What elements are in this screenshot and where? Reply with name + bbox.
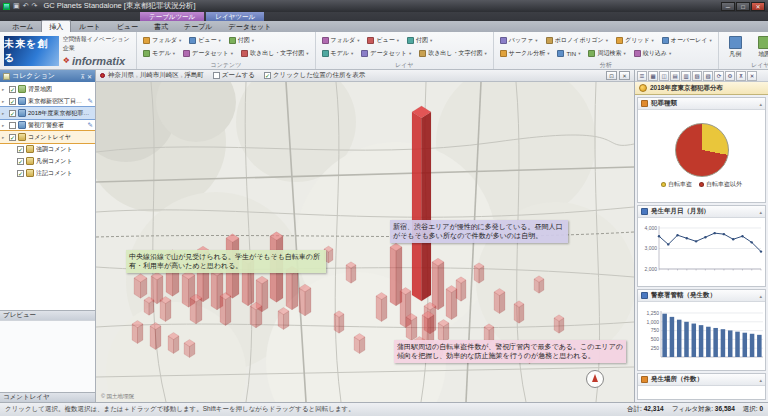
ribbon-button-付図[interactable]: 付図▾ (404, 35, 435, 46)
layer-item-強調コメント[interactable]: ✓強調コメント (0, 143, 95, 155)
expander-icon[interactable]: ▸ (2, 111, 7, 116)
layer-visibility-checkbox[interactable] (9, 122, 16, 129)
ribbon-button-絞り込み[interactable]: 絞り込み▾ (631, 48, 675, 59)
ribbon-button-ビュー[interactable]: ビュー▾ (186, 35, 224, 46)
layer-item-コメントレイヤ[interactable]: ▸✓コメントレイヤ (0, 131, 95, 143)
ribbon-button-モデル[interactable]: モデル▾ (319, 48, 357, 59)
map-annotation-kamata[interactable]: 蒲田駅周辺の自転車盗件数が、警視庁管内で最多である。このエリアの傾向を把握し、効… (394, 340, 626, 363)
show-address-toggle[interactable]: ✓ クリックした位置の住所を表示 (264, 71, 365, 80)
layer-item-注記コメント[interactable]: ✓注記コメント (0, 167, 95, 179)
layer-visibility-checkbox[interactable]: ✓ (17, 146, 24, 153)
tab-データセット[interactable]: データセット (220, 20, 279, 32)
close-panel-icon[interactable]: ✕ (747, 71, 757, 81)
layer-visibility-checkbox[interactable]: ✓ (9, 134, 16, 141)
ribbon-button-ボロノイポリゴン[interactable]: ボロノイポリゴン▾ (543, 35, 611, 46)
layer-item-2018年度東京都犯罪分布[interactable]: ▸✓2018年度東京都犯罪分布 (0, 107, 95, 119)
tab-ビュー[interactable]: ビュー (109, 20, 146, 32)
layer-item-凡例コメント[interactable]: ✓凡例コメント (0, 155, 95, 167)
panel-close-icon[interactable]: ✕ (87, 73, 92, 80)
map-canvas[interactable]: © 国土地理院 中央線沿線で山が見受けられる。学生がそもそも自転車の所有・利用率… (96, 82, 634, 402)
ribbon-button-バッファ[interactable]: バッファ▾ (497, 35, 541, 46)
map-annotation-shinjuku[interactable]: 新宿、渋谷エリアが慢性的に多発している。昼間人口がそもそも多い所なので件数が多い… (390, 220, 568, 243)
save-icon[interactable]: ▣ (13, 1, 20, 11)
pin-panel-icon[interactable]: ⊼ (736, 71, 746, 81)
collapse-chevron-icon[interactable]: ▴ (759, 377, 762, 383)
columns-view-icon[interactable]: ▥ (681, 71, 691, 81)
ribbon-button-サークル分析[interactable]: サークル分析▾ (497, 48, 553, 59)
window-title: GC Planets Standalone [東京都犯罪状況分析] (43, 1, 195, 11)
zoom-checkbox[interactable] (213, 72, 220, 79)
compass-icon[interactable] (586, 370, 604, 388)
ribbon-button-地図[interactable]: 地図 (751, 34, 768, 61)
layer-visibility-checkbox[interactable]: ✓ (17, 170, 24, 177)
edit-pencil-icon[interactable]: ✎ (88, 97, 93, 105)
ribbon-button-グリッド[interactable]: グリッド▾ (613, 35, 657, 46)
collapse-chevron-icon[interactable]: ▴ (759, 293, 762, 299)
grid-view-icon[interactable]: ▦ (648, 71, 658, 81)
ribbon-button-データセット[interactable]: データセット▾ (180, 48, 236, 59)
redo-icon[interactable]: ↷ (32, 1, 38, 11)
ribbon-button-モデル[interactable]: モデル▾ (140, 48, 178, 59)
chart-card-header[interactable]: 警察署管轄（発生数）▴ (638, 290, 765, 302)
ribbon: 未来を創る 空間情報イノベーション企業 ❖ informatix フォルダ▾ビュ… (0, 32, 768, 70)
edit-pencil-icon[interactable]: ✎ (88, 121, 93, 129)
ribbon-button-フォルダ[interactable]: フォルダ▾ (319, 35, 363, 46)
split-view-icon[interactable]: ◫ (659, 71, 669, 81)
panel-pin-icon[interactable]: ⊼ (81, 73, 85, 80)
layer-visibility-checkbox[interactable]: ✓ (9, 86, 16, 93)
expander-icon[interactable]: ▸ (2, 123, 7, 128)
list-view-icon[interactable]: ☰ (637, 71, 647, 81)
status-hint: クリックして選択。複数選択は、または＋ドラッグで移動します。Shiftキーを押し… (5, 405, 621, 414)
rows-view-icon[interactable]: ▤ (670, 71, 680, 81)
zoom-toggle[interactable]: ズームする (213, 71, 255, 80)
ribbon-button-吹き出し・文字付図[interactable]: 吹き出し・文字付図▾ (416, 48, 490, 59)
maximize-button[interactable]: □ (736, 2, 750, 11)
ribbon-button-データセット[interactable]: データセット▾ (358, 48, 414, 59)
ribbon-button-付図[interactable]: 付図▾ (226, 35, 257, 46)
close-view-icon[interactable]: ✕ (619, 71, 630, 80)
collapse-chevron-icon[interactable]: ▴ (759, 209, 762, 215)
preview-panel-header[interactable]: プレビュー (0, 310, 95, 320)
close-button[interactable]: ✕ (751, 2, 765, 11)
ribbon-button-吹き出し・文字付図[interactable]: 吹き出し・文字付図▾ (238, 48, 312, 59)
ribbon-button-フォルダ[interactable]: フォルダ▾ (140, 35, 184, 46)
ribbon-button-周辺検索[interactable]: 周辺検索▾ (585, 48, 628, 59)
layer-item-東京都新宿区丁目境界[interactable]: ▸✓東京都新宿区丁目境界✎ (0, 95, 95, 107)
comment-layer-panel-header[interactable]: コメントレイヤ (0, 392, 95, 402)
layer-visibility-checkbox[interactable]: ✓ (9, 110, 16, 117)
chart-card-header[interactable]: 犯罪種類▴ (638, 98, 765, 110)
expander-icon[interactable]: ▸ (2, 87, 7, 92)
expander-icon[interactable]: ▸ (2, 135, 7, 140)
tab-書式[interactable]: 書式 (146, 20, 176, 32)
float-view-icon[interactable]: ⊡ (606, 71, 617, 80)
refresh-icon[interactable]: ⟳ (714, 71, 724, 81)
tab-テーブル[interactable]: テーブル (176, 20, 221, 32)
comment-layer-icon (26, 157, 34, 165)
chart-view-icon[interactable]: ▧ (692, 71, 702, 81)
undo-icon[interactable]: ↶ (23, 1, 29, 11)
collapse-chevron-icon[interactable]: ▴ (759, 101, 762, 107)
tab-挿入[interactable]: 挿入 (41, 20, 71, 32)
layer-item-背景地図[interactable]: ▸✓背景地図 (0, 83, 95, 95)
ribbon-button-TIN[interactable]: TIN▾ (554, 48, 583, 59)
layer-item-警視庁警察署[interactable]: ▸警視庁警察署✎ (0, 119, 95, 131)
ribbon-button-オーバーレイ[interactable]: オーバーレイ▾ (659, 35, 715, 46)
ribbon-button-凡例[interactable]: 凡例 (722, 34, 749, 61)
filter-view-icon[interactable]: ▨ (703, 71, 713, 81)
ribbon-button-ビュー[interactable]: ビュー▾ (364, 35, 402, 46)
chart-card-header[interactable]: 発生年月日（月別）▴ (638, 206, 765, 218)
データセット-icon (183, 50, 190, 57)
dataset-tab[interactable]: 2018年度東京都犯罪分布 (635, 82, 768, 95)
minimize-button[interactable]: ─ (721, 2, 735, 11)
settings-icon[interactable]: ⚙ (725, 71, 735, 81)
chart-type-icon (641, 376, 648, 383)
tab-ルート[interactable]: ルート (71, 20, 108, 32)
map-annotation-chuo[interactable]: 中央線沿線で山が見受けられる。学生がそもそも自転車の所有・利用率が高いためと思わ… (126, 250, 326, 273)
chart-card-header[interactable]: 発生場所（件数）▴ (638, 374, 765, 386)
expander-icon[interactable]: ▸ (2, 99, 7, 104)
map-attribution: © 国土地理院 (101, 393, 134, 400)
layer-visibility-checkbox[interactable]: ✓ (9, 98, 16, 105)
layer-visibility-checkbox[interactable]: ✓ (17, 158, 24, 165)
show-address-checkbox[interactable]: ✓ (264, 72, 271, 79)
tab-ホーム[interactable]: ホーム (4, 20, 41, 32)
